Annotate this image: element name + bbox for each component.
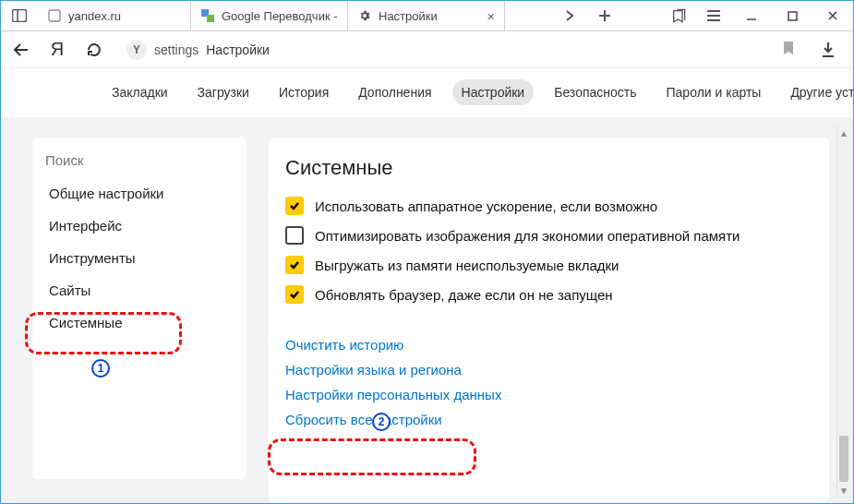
address-bar: Я Y settings Настройки <box>1 31 853 68</box>
search-input[interactable] <box>45 152 234 168</box>
page-favicon <box>47 8 62 23</box>
nav-bookmarks[interactable]: Закладки <box>102 79 177 105</box>
close-icon[interactable]: × <box>481 8 495 24</box>
link-personal-data[interactable]: Настройки персональных данных <box>285 387 501 402</box>
panel-title: Системные <box>285 156 812 180</box>
menu-icon[interactable] <box>696 9 731 22</box>
nav-downloads[interactable]: Загрузки <box>188 79 259 105</box>
tab-google-translate[interactable]: Google Переводчик - <box>191 1 348 30</box>
link-clear-history[interactable]: Очистить историю <box>285 337 403 353</box>
address-page: Настройки <box>206 42 270 57</box>
sidebar-item-sites[interactable]: Сайты <box>32 274 247 306</box>
svg-rect-4 <box>207 15 214 22</box>
tab-yandex[interactable]: yandex.ru <box>38 1 191 30</box>
titlebar: yandex.ru Google Переводчик - Настройки … <box>1 1 853 31</box>
nav-passwords[interactable]: Пароли и карты <box>657 79 771 105</box>
svg-rect-6 <box>788 12 797 20</box>
back-button[interactable] <box>6 36 34 64</box>
reload-button[interactable] <box>80 36 108 64</box>
checkbox-checked-icon[interactable] <box>285 285 304 304</box>
option-auto-update[interactable]: Обновлять браузер, даже если он не запущ… <box>285 280 812 309</box>
tab-title: Настройки <box>379 9 438 23</box>
checkbox-checked-icon[interactable] <box>285 197 304 215</box>
action-links: Очистить историю Настройки языка и регио… <box>285 337 812 427</box>
sidebar-item-interface[interactable]: Интерфейс <box>32 210 247 242</box>
svg-rect-0 <box>13 10 27 22</box>
option-label: Использовать аппаратное ускорение, если … <box>315 198 657 214</box>
option-hw-accel[interactable]: Использовать аппаратное ускорение, если … <box>285 191 812 221</box>
sidebar-item-tools[interactable]: Инструменты <box>32 242 247 274</box>
downloads-button[interactable] <box>812 42 844 58</box>
option-label: Оптимизировать изображения для экономии … <box>315 228 740 244</box>
settings-top-nav: Закладки Загрузки История Дополнения Нас… <box>1 68 853 116</box>
nav-devices[interactable]: Другие устройства <box>781 79 854 105</box>
option-label: Выгружать из памяти неиспользуемые вклад… <box>315 258 619 273</box>
settings-panel: Системные Использовать аппаратное ускоре… <box>269 138 829 503</box>
nav-addons[interactable]: Дополнения <box>349 79 440 105</box>
link-lang-region[interactable]: Настройки языка и региона <box>285 362 462 378</box>
maximize-button[interactable] <box>772 1 812 30</box>
new-tab-button[interactable] <box>587 9 622 22</box>
tabbar-controls <box>552 1 731 30</box>
close-window-button[interactable] <box>812 1 853 30</box>
svg-rect-2 <box>49 10 60 21</box>
address-path: settings <box>154 42 198 57</box>
window-controls <box>731 1 853 30</box>
bookmarks-icon[interactable] <box>661 8 696 23</box>
tab-settings[interactable]: Настройки × <box>348 1 505 30</box>
bookmark-icon[interactable] <box>783 41 794 58</box>
vertical-scrollbar[interactable]: ▲ ▼ <box>836 126 850 498</box>
gear-icon <box>357 8 372 23</box>
link-reset-all[interactable]: Сбросить все настройки <box>285 412 442 427</box>
annotation-badge-1: 1 <box>91 359 110 378</box>
checkbox-unchecked-icon[interactable] <box>285 226 304 245</box>
sidebar-item-system[interactable]: Системные <box>32 306 247 339</box>
google-translate-favicon <box>200 8 215 23</box>
annotation-badge-2: 2 <box>372 413 391 431</box>
panels-toggle-icon[interactable] <box>1 1 38 30</box>
checkbox-checked-icon[interactable] <box>285 256 304 274</box>
minimize-button[interactable] <box>731 1 772 30</box>
site-identity-icon: Y <box>126 40 147 60</box>
settings-sidebar: Общие настройки Интерфейс Инструменты Са… <box>32 138 247 479</box>
option-label: Обновлять браузер, даже если он не запущ… <box>315 287 613 303</box>
option-unload-tabs[interactable]: Выгружать из памяти неиспользуемые вклад… <box>285 250 812 280</box>
content-area: Общие настройки Интерфейс Инструменты Са… <box>1 117 853 503</box>
tab-title: Google Переводчик - <box>222 9 338 23</box>
yandex-home-button[interactable]: Я <box>43 36 71 64</box>
nav-security[interactable]: Безопасность <box>545 79 645 105</box>
tab-scroll-right-icon[interactable] <box>552 10 587 21</box>
scroll-down-icon[interactable]: ▼ <box>837 483 850 498</box>
option-optimize-images[interactable]: Оптимизировать изображения для экономии … <box>285 221 812 250</box>
sidebar-item-general[interactable]: Общие настройки <box>32 177 247 210</box>
scroll-up-icon[interactable]: ▲ <box>837 126 850 140</box>
nav-settings[interactable]: Настройки <box>452 79 535 105</box>
address-input[interactable]: Y settings Настройки <box>117 36 803 64</box>
tab-title: yandex.ru <box>68 9 121 23</box>
nav-history[interactable]: История <box>270 79 338 105</box>
scrollbar-thumb[interactable] <box>839 436 848 482</box>
